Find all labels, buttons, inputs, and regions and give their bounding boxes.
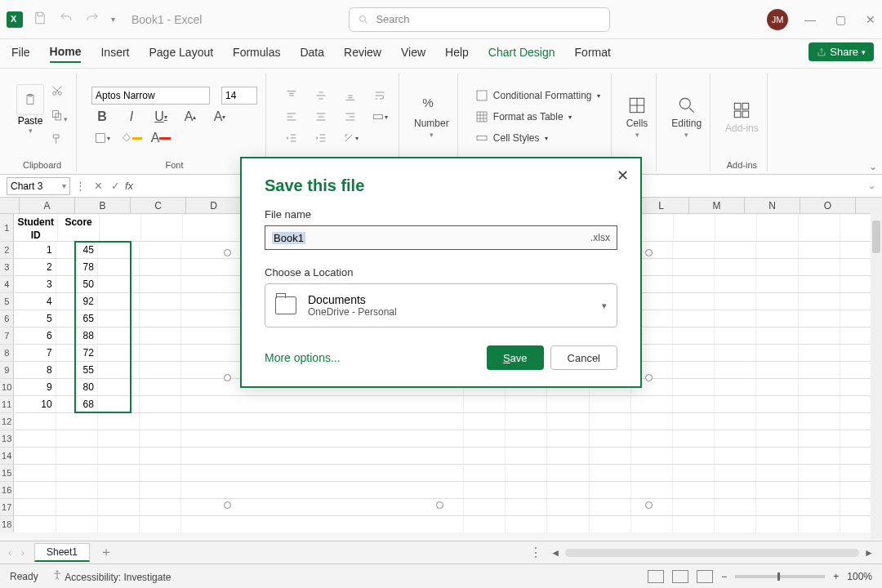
- cell[interactable]: [590, 396, 631, 412]
- scroll-right-icon[interactable]: ►: [864, 547, 874, 559]
- tab-page-layout[interactable]: Page Layout: [149, 46, 213, 62]
- cell[interactable]: [98, 448, 140, 464]
- cell[interactable]: 88: [56, 327, 98, 344]
- tab-view[interactable]: View: [401, 46, 425, 62]
- row-header[interactable]: 4: [0, 276, 14, 292]
- cell[interactable]: 6: [14, 327, 56, 344]
- cell[interactable]: [799, 327, 840, 344]
- cell[interactable]: [464, 516, 506, 532]
- col-header[interactable]: C: [131, 198, 186, 213]
- cell[interactable]: 50: [56, 276, 98, 292]
- cell[interactable]: [674, 214, 715, 241]
- user-avatar[interactable]: JM: [767, 9, 788, 30]
- font-color-icon[interactable]: A: [150, 129, 172, 147]
- cell[interactable]: [56, 482, 98, 498]
- share-button[interactable]: Share ▾: [808, 42, 874, 61]
- cell[interactable]: [98, 362, 140, 378]
- cell[interactable]: [799, 465, 840, 481]
- cell[interactable]: [98, 516, 140, 532]
- cell[interactable]: [506, 413, 547, 430]
- cell[interactable]: [756, 310, 798, 327]
- cell[interactable]: [98, 310, 140, 327]
- cell[interactable]: [547, 448, 589, 464]
- cell[interactable]: [673, 516, 715, 532]
- tab-data[interactable]: Data: [300, 46, 324, 62]
- cell[interactable]: [756, 448, 798, 464]
- tab-chart-design[interactable]: Chart Design: [488, 46, 555, 62]
- cell[interactable]: [506, 499, 547, 515]
- italic-button[interactable]: I: [121, 108, 142, 126]
- cell[interactable]: [140, 362, 181, 378]
- cell[interactable]: [14, 430, 56, 447]
- cell[interactable]: [715, 242, 756, 258]
- format-painter-icon[interactable]: [51, 133, 68, 149]
- cell[interactable]: [98, 259, 140, 275]
- cell[interactable]: 45: [56, 242, 98, 258]
- cell[interactable]: [98, 396, 140, 412]
- cell[interactable]: [590, 516, 631, 532]
- cell[interactable]: [140, 276, 181, 292]
- cell[interactable]: [673, 327, 715, 344]
- undo-icon[interactable]: [59, 11, 74, 29]
- chart-handle[interactable]: [224, 374, 231, 381]
- cell[interactable]: [673, 276, 715, 292]
- font-size-select[interactable]: [221, 87, 257, 105]
- cell[interactable]: [98, 482, 140, 498]
- cell[interactable]: [590, 413, 631, 430]
- cell[interactable]: [590, 430, 631, 447]
- cell[interactable]: [756, 362, 798, 378]
- cell[interactable]: [547, 499, 589, 515]
- cell[interactable]: 2: [14, 259, 56, 275]
- cell[interactable]: [673, 499, 715, 515]
- cell[interactable]: [98, 293, 140, 310]
- cell[interactable]: [590, 482, 631, 498]
- cell[interactable]: [181, 465, 464, 481]
- chart-handle[interactable]: [436, 501, 443, 509]
- cell[interactable]: [799, 345, 840, 361]
- cell[interactable]: 55: [56, 362, 98, 378]
- cell[interactable]: [631, 499, 673, 515]
- cell[interactable]: [715, 465, 756, 481]
- filename-input[interactable]: Book1 .xlsx: [265, 225, 617, 250]
- cell[interactable]: [181, 430, 464, 447]
- cell[interactable]: [715, 430, 756, 447]
- zoom-slider[interactable]: [735, 575, 825, 578]
- cell[interactable]: [631, 396, 673, 412]
- cell[interactable]: [100, 214, 141, 241]
- location-select[interactable]: Documents OneDrive - Personal ▾: [265, 283, 617, 327]
- row-header[interactable]: 13: [0, 430, 14, 447]
- cell[interactable]: [715, 516, 756, 532]
- cell[interactable]: [756, 396, 798, 412]
- cell[interactable]: [799, 362, 840, 378]
- col-header[interactable]: A: [20, 198, 75, 213]
- chevron-down-icon[interactable]: ▾: [602, 301, 607, 311]
- row-header[interactable]: 10: [0, 379, 14, 395]
- cell[interactable]: [799, 293, 840, 310]
- cell[interactable]: [181, 396, 464, 412]
- cell[interactable]: [98, 379, 140, 395]
- cell[interactable]: [673, 362, 715, 378]
- cell[interactable]: [181, 413, 464, 430]
- fill-color-icon[interactable]: [121, 129, 142, 147]
- cell[interactable]: [98, 430, 140, 447]
- cell[interactable]: [547, 482, 589, 498]
- cell[interactable]: [98, 413, 140, 430]
- col-header[interactable]: M: [689, 198, 745, 213]
- align-bottom-icon[interactable]: [340, 87, 361, 105]
- vertical-scrollbar[interactable]: [871, 206, 882, 539]
- chart-handle[interactable]: [224, 501, 231, 509]
- row-header[interactable]: 1: [0, 214, 14, 241]
- cell[interactable]: [590, 465, 631, 481]
- expand-formula-bar-icon[interactable]: ⌄: [868, 180, 875, 191]
- borders-icon[interactable]: ▾: [91, 129, 113, 147]
- cell[interactable]: [56, 413, 98, 430]
- cell[interactable]: [140, 293, 181, 310]
- cell[interactable]: [715, 276, 756, 292]
- increase-font-icon[interactable]: A▴: [180, 108, 201, 126]
- tab-file[interactable]: File: [11, 46, 30, 62]
- cell[interactable]: 78: [56, 259, 98, 275]
- cell[interactable]: 8: [14, 362, 56, 378]
- cell[interactable]: [673, 310, 715, 327]
- row-header[interactable]: 7: [0, 327, 14, 344]
- cell[interactable]: [631, 448, 673, 464]
